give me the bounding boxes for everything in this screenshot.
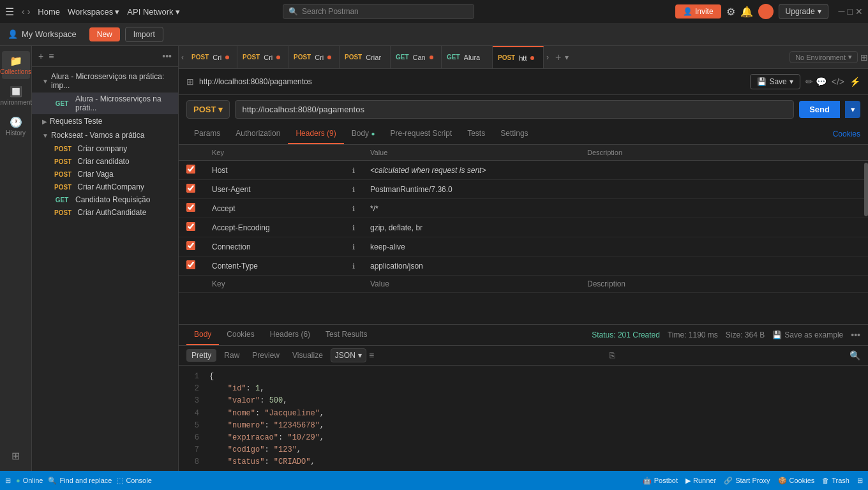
- info-icon[interactable]: ℹ: [352, 186, 355, 193]
- tab-headers[interactable]: Headers (9): [288, 124, 343, 144]
- format-visualize-button[interactable]: Visualize: [287, 349, 328, 362]
- info-icon[interactable]: ℹ: [352, 262, 355, 270]
- collection-sub-alura-get[interactable]: GET Alura - Microsserviços na práti...: [32, 93, 178, 114]
- tab-post-cri-3[interactable]: POST Cri: [288, 46, 340, 69]
- header-checkbox-content-type[interactable]: [186, 260, 195, 269]
- json-selector[interactable]: JSON ▾: [331, 348, 366, 362]
- sort-button[interactable]: ≡: [47, 50, 55, 63]
- new-header-key[interactable]: Key: [204, 276, 345, 293]
- hamburger-icon[interactable]: ☰: [5, 6, 14, 18]
- search-bar[interactable]: 🔍 Search Postman: [283, 4, 474, 19]
- sidebar-item-environments[interactable]: 🔲 Environments: [2, 82, 30, 110]
- header-checkbox-host[interactable]: [186, 165, 195, 174]
- layout-icon[interactable]: ⊞: [5, 477, 11, 485]
- copy-response-button[interactable]: ⎘: [610, 350, 615, 360]
- add-collection-button[interactable]: +: [37, 50, 45, 63]
- wrap-lines-icon[interactable]: ≡: [369, 350, 374, 360]
- edit-icon[interactable]: ✏: [805, 77, 813, 87]
- trash-button[interactable]: 🗑 Trash: [822, 477, 849, 484]
- resp-tab-headers[interactable]: Headers (6): [262, 325, 318, 345]
- runner-button[interactable]: ▶ Runner: [685, 477, 716, 485]
- close-button[interactable]: ✕: [855, 6, 863, 17]
- tab-get-can[interactable]: GET Can: [391, 46, 442, 69]
- info-icon[interactable]: ℹ: [352, 205, 355, 212]
- sidebar-item-extra[interactable]: ⊞: [2, 446, 30, 466]
- upgrade-button[interactable]: Upgrade ▾: [779, 4, 828, 19]
- save-example-button[interactable]: 💾 Save as example: [772, 330, 843, 339]
- sub-item-criar-candidato[interactable]: POST Criar candidato: [32, 155, 178, 168]
- bell-icon[interactable]: 🔔: [740, 6, 753, 18]
- settings-icon[interactable]: ⚙: [726, 6, 735, 18]
- new-button[interactable]: New: [89, 27, 120, 41]
- vertical-scrollbar[interactable]: [864, 145, 868, 324]
- header-checkbox-accept[interactable]: [186, 203, 195, 212]
- cookies-status-button[interactable]: 🍪 Cookies: [778, 477, 815, 485]
- home-link[interactable]: Home: [38, 7, 60, 17]
- collection-requests-teste[interactable]: ▶ Requests Teste: [32, 114, 178, 128]
- api-network-button[interactable]: API Network ▾: [127, 7, 179, 17]
- minimize-button[interactable]: ─: [839, 6, 845, 17]
- tab-more-button[interactable]: ▾: [565, 53, 569, 62]
- resp-tab-cookies[interactable]: Cookies: [219, 325, 262, 345]
- maximize-button[interactable]: □: [848, 6, 853, 17]
- tab-post-htt-active[interactable]: POST htt: [493, 46, 544, 69]
- tab-post-cri-2[interactable]: POST Cri: [237, 46, 288, 69]
- tab-post-cri-1[interactable]: POST Cri: [186, 46, 237, 69]
- send-dropdown-button[interactable]: ▾: [845, 101, 860, 118]
- method-select[interactable]: POST ▾: [186, 100, 230, 119]
- sub-item-candidato-requisicao[interactable]: GET Candidato Requisição: [32, 193, 178, 206]
- info-icon[interactable]: ℹ: [352, 167, 355, 174]
- tab-authorization[interactable]: Authorization: [228, 124, 288, 144]
- grid-status-icon[interactable]: ⊞: [857, 477, 863, 485]
- header-checkbox-user-agent[interactable]: [186, 184, 195, 193]
- sub-item-criar-authcandidate[interactable]: POST Criar AuthCandidate: [32, 206, 178, 219]
- tab-scroll-right-button[interactable]: ›: [544, 53, 551, 62]
- collection-alura[interactable]: ▼ Alura - Microsserviços na prática: imp…: [32, 70, 178, 93]
- start-proxy-button[interactable]: 🔗 Start Proxy: [724, 477, 770, 485]
- format-pretty-button[interactable]: Pretty: [186, 349, 216, 362]
- tab-extra-button[interactable]: ⊞: [860, 52, 868, 63]
- url-input[interactable]: [235, 100, 794, 119]
- forward-arrow-icon[interactable]: ›: [27, 6, 31, 17]
- avatar[interactable]: [758, 4, 774, 19]
- tab-post-criar[interactable]: POST Criar: [340, 46, 391, 69]
- sub-item-criar-authcompany[interactable]: POST Criar AuthCompany: [32, 181, 178, 193]
- format-raw-button[interactable]: Raw: [219, 349, 244, 362]
- format-preview-button[interactable]: Preview: [247, 349, 285, 362]
- header-checkbox-connection[interactable]: [186, 241, 195, 250]
- console-button[interactable]: ⬚ Console: [117, 477, 151, 485]
- tab-pre-request[interactable]: Pre-request Script: [382, 124, 460, 144]
- import-button[interactable]: Import: [125, 27, 163, 42]
- more-options-button[interactable]: •••: [161, 50, 173, 63]
- tab-params[interactable]: Params: [186, 124, 228, 144]
- sidebar-item-collections[interactable]: 📁 Collections: [2, 51, 30, 79]
- add-tab-button[interactable]: +: [551, 52, 565, 63]
- comment-icon[interactable]: 💬: [816, 77, 827, 87]
- response-more-button[interactable]: •••: [851, 330, 860, 340]
- info-icon[interactable]: ℹ: [352, 224, 355, 232]
- new-header-description[interactable]: Description: [580, 276, 868, 293]
- tab-tests[interactable]: Tests: [460, 124, 493, 144]
- sub-item-criar-company[interactable]: POST Criar company: [32, 142, 178, 155]
- header-checkbox-accept-encoding[interactable]: [186, 222, 195, 231]
- collection-rockseat[interactable]: ▼ Rockseat - Vamos a prática: [32, 128, 178, 142]
- back-arrow-icon[interactable]: ‹: [22, 6, 25, 17]
- tab-settings[interactable]: Settings: [493, 124, 535, 144]
- save-button[interactable]: 💾 Save ▾: [750, 74, 800, 89]
- send-button[interactable]: Send: [799, 101, 840, 118]
- find-replace-button[interactable]: 🔍 Find and replace: [48, 477, 112, 485]
- code-icon[interactable]: </>: [832, 77, 844, 87]
- sub-item-criar-vaga[interactable]: POST Criar Vaga: [32, 168, 178, 181]
- postbot-button[interactable]: 🤖 Postbot: [643, 477, 678, 485]
- workspaces-button[interactable]: Workspaces ▾: [68, 7, 119, 17]
- resp-tab-body[interactable]: Body: [186, 325, 219, 345]
- invite-button[interactable]: 👤 Invite: [675, 4, 721, 19]
- new-header-value[interactable]: Value: [363, 276, 580, 293]
- search-response-button[interactable]: 🔍: [849, 350, 860, 360]
- tab-scroll-left-button[interactable]: ‹: [179, 53, 186, 62]
- tab-get-alura[interactable]: GET Alura: [442, 46, 493, 69]
- sidebar-item-history[interactable]: 🕐 History: [2, 112, 30, 140]
- lightning-icon[interactable]: ⚡: [849, 77, 860, 87]
- environment-selector[interactable]: No Environment ▾: [789, 51, 858, 63]
- online-indicator[interactable]: ● Online: [16, 477, 43, 484]
